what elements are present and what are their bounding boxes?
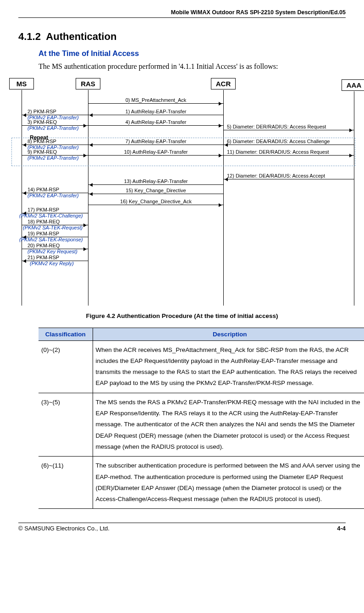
- msg-17: 17) PKM-RSP: [28, 207, 59, 212]
- msg-21: 21) PKM-RSP: [28, 255, 59, 260]
- arrow-13: [88, 184, 223, 185]
- cell-desc: The MS sends the RAS a PKMv2 EAP-Transfe…: [93, 393, 364, 456]
- arrow-16: [88, 205, 223, 205]
- section-title: Authentication: [46, 31, 116, 42]
- header-rule: [18, 17, 346, 18]
- msg-0: 0) MS_PreAttachment_Ack: [110, 97, 202, 103]
- msg-9s: (PKMv2 EAP-Transfer): [28, 155, 79, 161]
- msg-18: 18) PKM-REQ: [28, 219, 60, 224]
- cell-desc: The subscriber authentication procedure …: [93, 457, 364, 509]
- table-row: (6)~(11) The subscriber authentication p…: [39, 457, 364, 509]
- msg-8: 8) PKM-RSP: [28, 139, 56, 144]
- arrow-0: [88, 103, 223, 104]
- msg-14s: (PKMv2 EAP-Transfer): [28, 193, 79, 198]
- footer-right: 4-4: [337, 525, 346, 532]
- lifeline-acr: [223, 90, 224, 306]
- lifeline-ms: [22, 90, 22, 306]
- msg-1: 1) AuthRelay-EAP-Transfer: [110, 109, 202, 114]
- msg-3: 3) PKM-REQ: [28, 119, 57, 125]
- arrow-12: [223, 179, 354, 179]
- th-description: Description: [93, 328, 364, 340]
- subheading: At the Time of Initial Access: [39, 49, 346, 58]
- node-ras: RAS: [76, 78, 100, 89]
- section-heading: 4.1.2 Authentication: [18, 31, 346, 43]
- page-footer: © SAMSUNG Electronics Co., Ltd. 4-4: [18, 523, 346, 532]
- cell-class: (6)~(11): [39, 457, 93, 509]
- msg-14: 14) PKM-RSP: [28, 187, 59, 192]
- msg-9: 9) PKM-REQ: [28, 149, 57, 155]
- msg-19s: (PKMv2 SA-TEK-Response): [19, 237, 83, 242]
- cell-class: (3)~(5): [39, 393, 93, 456]
- arrow-6: [223, 145, 354, 145]
- description-table: Classification Description (0)~(2) When …: [39, 328, 364, 509]
- node-acr: ACR: [211, 78, 236, 89]
- msg-12: 12) Diameter: DEA/RADIUS: Access Accept: [227, 173, 325, 178]
- figure-caption: Figure 4.2 Authentication Procedure (At …: [18, 312, 346, 319]
- arrow-7: [88, 145, 223, 145]
- msg-2: 2) PKM-RSP: [28, 109, 56, 114]
- msg-21s: (PKMv2 Key Reply): [30, 261, 74, 266]
- msg-15: 15) Key_Change_Directive: [110, 188, 202, 193]
- msg-20s: (PKMv2 Key Request): [28, 249, 77, 254]
- msg-5: 5) Diameter: DER/RADIUS: Access Request: [227, 124, 326, 129]
- msg-6: 6) Diameter: DEA/RADIUS: Access Challeng…: [227, 139, 330, 144]
- doc-header: Mobile WiMAX Outdoor RAS SPI-2210 System…: [18, 9, 346, 16]
- msg-18s: (PKMv2 SA-TEK-Request): [23, 225, 83, 230]
- node-aaa: AAA: [342, 79, 364, 91]
- lifeline-ras: [88, 90, 88, 306]
- msg-10: 10) AuthRelay-EAP-Transfer: [110, 149, 202, 155]
- arrow-1: [88, 115, 223, 115]
- msg-4: 4) AuthRelay-EAP-Transfer: [110, 119, 202, 125]
- cell-class: (0)~(2): [39, 340, 93, 393]
- intro-text: The MS authentication procedure performe…: [39, 61, 346, 72]
- arrow-10: [88, 155, 223, 156]
- arrow-4: [88, 125, 223, 126]
- msg-17s: (PKMv2 SA-TEK-Challenge): [19, 213, 83, 218]
- msg-16: 16) Key_Change_Directive_Ack: [110, 199, 202, 204]
- msg-11: 11) Diameter: DER/RADIUS: Access Request: [227, 149, 329, 155]
- node-ms: MS: [9, 78, 34, 89]
- msg-7: 7) AuthRelay-EAP-Transfer: [110, 139, 202, 144]
- table-row: (3)~(5) The MS sends the RAS a PKMv2 EAP…: [39, 393, 364, 456]
- sequence-diagram: MS RAS ACR AAA 0) MS_PreAttachment_Ack 1…: [5, 78, 358, 310]
- lifeline-aaa: [354, 91, 354, 306]
- msg-20: 20) PKM-REQ: [28, 243, 60, 248]
- cell-desc: When the ACR receives MS_PreAttachment_R…: [93, 340, 364, 393]
- arrow-11: [223, 155, 354, 156]
- footer-left: © SAMSUNG Electronics Co., Ltd.: [18, 525, 110, 532]
- th-classification: Classification: [39, 328, 93, 340]
- table-row: (0)~(2) When the ACR receives MS_PreAtta…: [39, 340, 364, 393]
- msg-3s: (PKMv2 EAP-Transfer): [28, 125, 79, 131]
- arrow-5: [223, 130, 354, 130]
- msg-13: 13) AuthRelay-EAP-Transfer: [110, 178, 202, 184]
- arrow-15: [88, 194, 223, 194]
- section-number: 4.1.2: [18, 31, 41, 42]
- msg-19: 19) PKM-RSP: [28, 231, 59, 236]
